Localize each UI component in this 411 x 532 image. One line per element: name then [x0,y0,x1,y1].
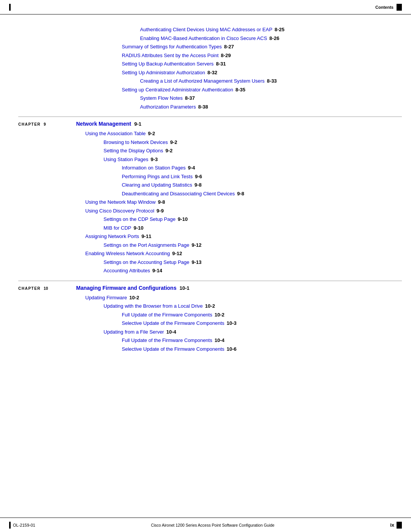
toc-link[interactable]: Using the Association Table [85,130,146,137]
page: Contents Authenticating Client Devices U… [0,0,411,532]
toc-link[interactable]: Deauthenticating and Disassociating Clie… [122,190,235,198]
chapter-9-label: CHAPTER [18,122,41,126]
toc-link[interactable]: Setting the Display Options [104,147,163,155]
toc-link[interactable]: Full Update of the Firmware Components [122,311,212,319]
chapter-10-number: 10 [44,286,48,291]
toc-entry: Assigning Network Ports 9-11 [85,233,402,240]
toc-page: 8-35 [236,86,245,94]
toc-link[interactable]: Setting Up Administrator Authorization [122,69,205,77]
toc-link[interactable]: Creating a List of Authorized Management… [140,77,264,85]
toc-entry: Setting the Display Options 9-2 [104,147,402,155]
toc-entry: Clearing and Updating Statistics 9-8 [122,181,402,189]
toc-entry: Selective Update of the Firmware Compone… [122,320,402,327]
toc-link[interactable]: Settings on the CDP Setup Page [104,216,175,223]
toc-entry: Using Cisco Discovery Protocol 9-9 [85,207,402,215]
toc-entry: Accounting Attributes 9-14 [104,267,402,275]
toc-link[interactable]: Authorization Parameters [140,103,196,111]
toc-page: 10-3 [227,320,237,327]
toc-link[interactable]: Enabling Wireless Network Accounting [85,250,170,257]
top-bar-left-rule [9,4,11,11]
footer-page-number: ix [390,522,394,528]
chapter-9-title[interactable]: Network Management [76,121,131,127]
toc-link[interactable]: Accounting Attributes [104,267,150,275]
toc-link[interactable]: RADIUS Attributes Sent by the Access Poi… [122,52,218,59]
toc-page: 8-31 [216,60,226,68]
toc-link[interactable]: Enabling MAC-Based Authentication in Cis… [140,35,267,42]
footer-left: OL-2159-01 [9,522,35,529]
toc-link[interactable]: Updating with the Browser from a Local D… [104,302,203,310]
toc-page: 9-9 [156,207,164,215]
toc-entry: Selective Update of the Firmware Compone… [122,345,402,353]
toc-page: 10-2 [205,302,215,310]
toc-page: 8-38 [198,103,208,111]
bottom-bar: OL-2159-01 Cisco Aironet 1200 Series Acc… [0,518,411,532]
toc-page: 9-2 [170,139,177,146]
chapter-10-heading: Managing Firmware and Configurations 10-… [76,285,190,291]
toc-link[interactable]: Using the Network Map Window [85,198,156,206]
chapter-10-entries: Updating Firmware 10-2 Updating with the… [9,294,402,353]
toc-entry: Enabling MAC-Based Authentication in Cis… [140,35,402,42]
toc-page: 9-12 [191,241,201,249]
toc-link[interactable]: System Flow Notes [140,94,183,102]
toc-page: 8-29 [221,52,231,59]
toc-entry: Using the Association Table 9-2 [85,130,402,137]
toc-entry: Setting up Centralized Administrator Aut… [122,86,402,94]
chapter-9-row: CHAPTER 9 Network Management 9-1 [9,121,402,127]
toc-link[interactable]: Using Station Pages [104,156,148,163]
toc-page: 9-13 [192,259,202,266]
toc-entry: Using the Network Map Window 9-8 [85,198,402,206]
toc-link[interactable]: MIB for CDP [104,224,131,232]
footer-right: ix [390,522,402,529]
toc-page: 10-6 [227,345,237,353]
toc-preceding-section: Authenticating Client Devices Using MAC … [9,26,402,110]
toc-page: 8-25 [275,26,285,34]
toc-link[interactable]: Updating Firmware [85,294,127,302]
toc-entry: RADIUS Attributes Sent by the Access Poi… [122,52,402,59]
toc-entry: Full Update of the Firmware Components 1… [122,337,402,344]
chapter-10-label: CHAPTER [18,286,41,291]
toc-entry: Enabling Wireless Network Accounting 9-1… [85,250,402,257]
chapter-10-title[interactable]: Managing Firmware and Configurations [76,285,177,291]
toc-link[interactable]: Clearing and Updating Statistics [122,181,192,189]
toc-link[interactable]: Full Update of the Firmware Components [122,337,212,344]
toc-page: 8-26 [269,35,279,42]
toc-link[interactable]: Summary of Settings for Authentication T… [122,43,222,51]
toc-link[interactable]: Updating from a File Server [104,328,164,336]
toc-entry: Settings on the Accounting Setup Page 9-… [104,259,402,266]
chapter-9-meta: CHAPTER 9 [9,122,76,126]
toc-page: 10-4 [166,328,176,336]
header-black-box [397,4,402,11]
toc-link[interactable]: Selective Update of the Firmware Compone… [122,345,225,353]
toc-page: 9-12 [172,250,182,257]
toc-page: 8-32 [207,69,217,77]
toc-link[interactable]: Settings on the Port Assignments Page [104,241,189,249]
toc-page: 10-2 [129,294,139,302]
toc-entry: Information on Station Pages 9-4 [122,164,402,172]
toc-entry: Updating with the Browser from a Local D… [104,302,402,310]
toc-page: 10-2 [215,311,225,319]
toc-page: 8-27 [224,43,234,51]
toc-link[interactable]: Settings on the Accounting Setup Page [104,259,190,266]
toc-entry: Setting Up Backup Authentication Servers… [122,60,402,68]
toc-link[interactable]: Information on Station Pages [122,164,186,172]
top-bar: Contents [0,0,411,14]
toc-link[interactable]: Authenticating Client Devices Using MAC … [140,26,272,34]
toc-page: 9-10 [134,224,143,232]
chapter-9-page: 9-1 [134,121,142,127]
toc-page: 8-37 [185,94,195,102]
toc-link[interactable]: Setting up Centralized Administrator Aut… [122,86,233,94]
toc-entry: Authorization Parameters 8-38 [140,103,402,111]
toc-link[interactable]: Selective Update of the Firmware Compone… [122,320,225,327]
chapter-9-entries: Using the Association Table 9-2 Browsing… [9,130,402,275]
toc-link[interactable]: Using Cisco Discovery Protocol [85,207,154,215]
footer-doc-title: Cisco Aironet 1200 Series Access Point S… [35,523,390,527]
toc-link[interactable]: Browsing to Network Devices [104,139,168,146]
toc-page: 9-2 [166,147,173,155]
toc-link[interactable]: Assigning Network Ports [85,233,139,240]
toc-link[interactable]: Performing Pings and Link Tests [122,173,193,181]
toc-link[interactable]: Setting Up Backup Authentication Servers [122,60,213,68]
toc-page: 9-2 [148,130,155,137]
toc-entry: Full Update of the Firmware Components 1… [122,311,402,319]
toc-page: 9-14 [152,267,162,275]
chapter-separator [18,281,402,281]
